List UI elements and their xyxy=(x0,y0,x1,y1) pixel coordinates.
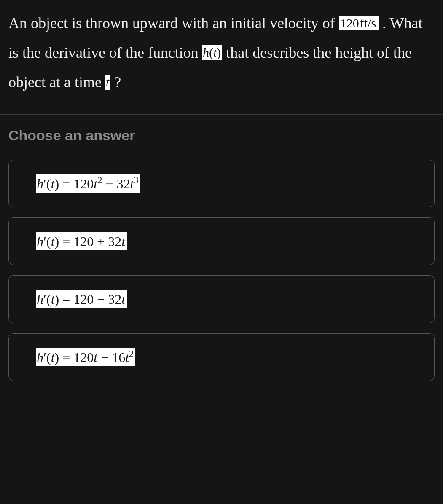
option-d[interactable]: h′(t) = 120t − 16t2 xyxy=(8,333,435,381)
choose-heading: Choose an answer xyxy=(8,127,435,144)
question-text: An object is thrown upward with an initi… xyxy=(8,8,435,97)
option-b-formula: h′(t) = 120 + 32t xyxy=(36,232,127,250)
option-b[interactable]: h′(t) = 120 + 32t xyxy=(8,217,435,265)
option-a-formula: h′(t) = 120t2 − 32t3 xyxy=(36,174,140,193)
option-c-formula: h′(t) = 120 − 32t xyxy=(36,290,127,308)
question-area: An object is thrown upward with an initi… xyxy=(0,0,443,114)
option-a[interactable]: h′(t) = 120t2 − 32t3 xyxy=(8,160,435,207)
option-d-formula: h′(t) = 120t − 16t2 xyxy=(36,348,135,366)
q-prefix: An object is thrown upward with an initi… xyxy=(8,15,339,32)
q-suffix: ? xyxy=(114,74,121,91)
answer-section: Choose an answer h′(t) = 120t2 − 32t3 h′… xyxy=(0,115,443,400)
option-c[interactable]: h′(t) = 120 − 32t xyxy=(8,275,435,323)
velocity-box: 120 ft/s xyxy=(339,16,379,30)
time-var-box: t xyxy=(105,75,110,90)
height-fn-box: h(t) xyxy=(202,45,222,60)
